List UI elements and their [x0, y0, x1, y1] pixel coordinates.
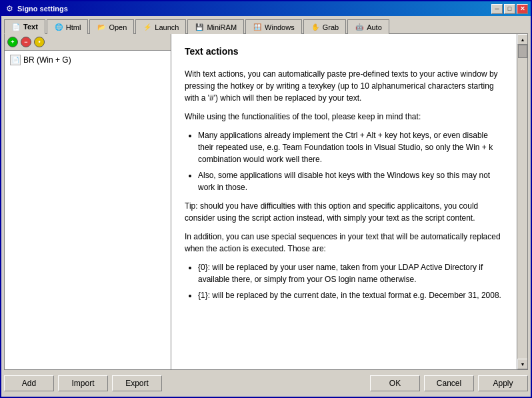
left-panel: + − • 📄 BR (Win + G) [5, 34, 171, 369]
add-button[interactable]: Add [4, 375, 54, 391]
right-content: Text actions With text actions, you can … [171, 34, 517, 369]
title-bar-buttons: ─ □ ✕ [491, 4, 528, 14]
tab-open[interactable]: 📂 Open [89, 19, 134, 34]
restore-button[interactable]: □ [504, 4, 515, 14]
settings-button[interactable]: • [34, 37, 45, 47]
item-label: BR (Win + G) [23, 55, 71, 65]
item-list[interactable]: 📄 BR (Win + G) [5, 51, 171, 369]
item-icon: 📄 [10, 55, 21, 65]
remove-item-button[interactable]: − [21, 37, 31, 47]
right-panel: Text actions With text actions, you can … [171, 34, 527, 369]
tab-launch[interactable]: ⚡ Launch [135, 19, 186, 34]
tab-grab[interactable]: ✋ Grab [303, 19, 346, 34]
right-scrollbar: ▲ ▼ [517, 34, 527, 369]
bullet-2-1: {0}: will be replaced by your user name,… [198, 261, 503, 285]
app-icon: ⚙ [4, 3, 15, 14]
html-tab-icon: 🌐 [54, 23, 63, 32]
add-item-button[interactable]: + [7, 37, 18, 47]
bullets-1: Many applications already implement the … [198, 129, 503, 193]
apply-button[interactable]: Apply [478, 375, 528, 391]
content-heading: Text actions [185, 45, 503, 59]
bottom-bar: Add Import Export OK Cancel Apply [1, 370, 531, 397]
tab-html[interactable]: 🌐 Html [47, 19, 89, 34]
miniram-tab-icon: 💾 [195, 23, 204, 32]
grab-tab-icon: ✋ [311, 23, 320, 32]
tab-bar: 📄 Text 🌐 Html 📂 Open ⚡ Launch 💾 MiniRAM … [1, 16, 531, 33]
bullet-1-1: Many applications already implement the … [198, 129, 503, 165]
right-panel-inner: Text actions With text actions, you can … [171, 34, 527, 369]
cancel-button[interactable]: Cancel [424, 375, 474, 391]
scroll-up-button[interactable]: ▲ [517, 34, 527, 45]
main-content: + − • 📄 BR (Win + G) Text actions With t… [4, 33, 528, 370]
bullets-2: {0}: will be replaced by your user name,… [198, 261, 503, 301]
window-title: Signo settings [17, 5, 491, 13]
scroll-track[interactable] [517, 45, 527, 359]
open-tab-icon: 📂 [97, 23, 106, 32]
text-tab-icon: 📄 [11, 22, 21, 31]
import-button[interactable]: Import [58, 375, 108, 391]
export-button[interactable]: Export [112, 375, 162, 391]
paragraph-sequences: In addition, you can use special sequenc… [185, 231, 503, 255]
minimize-button[interactable]: ─ [491, 4, 503, 14]
left-toolbar: + − • [5, 34, 171, 51]
launch-tab-icon: ⚡ [143, 23, 152, 32]
windows-tab-icon: 🪟 [253, 23, 262, 32]
paragraph-tip: Tip: should you have difficulties with t… [185, 200, 503, 224]
tab-text[interactable]: 📄 Text [4, 19, 45, 34]
ok-button[interactable]: OK [370, 375, 420, 391]
title-bar: ⚙ Signo settings ─ □ ✕ [1, 1, 531, 16]
scroll-down-button[interactable]: ▼ [517, 359, 527, 369]
paragraph-2: While using the functionalities of the t… [185, 111, 503, 123]
auto-tab-icon: 🤖 [355, 23, 364, 32]
bullet-2-2: {1}: will be replaced by the current dat… [198, 289, 503, 301]
tab-miniram[interactable]: 💾 MiniRAM [187, 19, 244, 34]
paragraph-1: With text actions, you can automatically… [185, 68, 503, 104]
close-button[interactable]: ✕ [517, 4, 528, 14]
tab-windows[interactable]: 🪟 Windows [245, 19, 302, 34]
main-window: ⚙ Signo settings ─ □ ✕ 📄 Text 🌐 Html 📂 O… [0, 0, 532, 398]
bullet-1-2: Also, some applications will disable hot… [198, 169, 503, 193]
scroll-thumb[interactable] [518, 45, 527, 58]
list-item[interactable]: 📄 BR (Win + G) [7, 53, 168, 67]
tab-auto[interactable]: 🤖 Auto [347, 19, 389, 34]
